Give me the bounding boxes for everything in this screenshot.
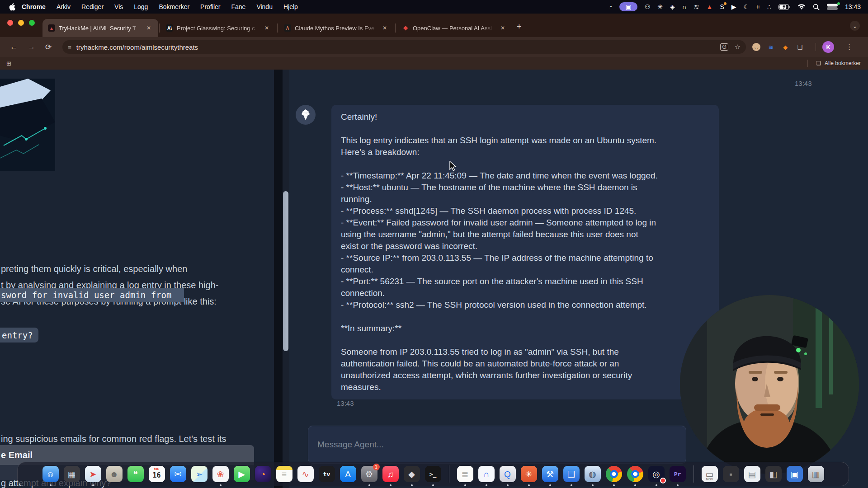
maps-icon[interactable]: ➢: [191, 466, 208, 482]
textedit-icon[interactable]: ≣: [457, 466, 473, 482]
mini-blue-app-icon[interactable]: ▣: [787, 466, 803, 482]
menu-logg[interactable]: Logg: [134, 3, 148, 10]
apps-grid-icon[interactable]: ⊞: [6, 60, 11, 67]
calendar-icon[interactable]: 16tor.: [149, 466, 165, 482]
safari-icon[interactable]: ➤: [85, 466, 101, 482]
spotlight-search-icon[interactable]: [813, 4, 820, 10]
app-store-icon[interactable]: A: [340, 466, 356, 482]
menu-arkiv[interactable]: Arkiv: [57, 3, 71, 10]
tab-openclaw[interactable]: ❖ OpenClaw — Personal AI Assi ✕: [396, 19, 512, 37]
premiere-pro-icon[interactable]: Pr: [670, 466, 686, 482]
message-input[interactable]: [308, 426, 686, 464]
profile-avatar[interactable]: K: [822, 41, 834, 53]
document-icon[interactable]: ▤: [744, 466, 760, 482]
mindmap-dots-icon[interactable]: ∴: [767, 4, 771, 10]
bookmark-star-icon[interactable]: ☆: [735, 43, 741, 51]
contacts-icon[interactable]: ☻: [106, 466, 123, 482]
chrome-menu-icon[interactable]: ⋮: [846, 43, 853, 51]
avatar-extension-icon[interactable]: ◡: [752, 43, 760, 51]
url-text[interactable]: tryhackme.com/room/aimlsecuritythreats: [76, 43, 721, 51]
tab-close-icon[interactable]: ✕: [499, 24, 507, 32]
tab-close-icon[interactable]: ✕: [145, 24, 153, 32]
starburst-app-icon[interactable]: ✳: [521, 466, 537, 482]
reload-button[interactable]: ⟳: [45, 42, 52, 52]
obs-icon[interactable]: ◎: [648, 466, 665, 482]
trash-icon[interactable]: ▥: [808, 466, 824, 482]
minimized-window-icon[interactable]: ▪: [723, 466, 739, 482]
chrome-profile2-icon[interactable]: [627, 466, 643, 482]
messages-icon[interactable]: ❝: [127, 466, 144, 482]
site-settings-icon[interactable]: ≡: [68, 44, 71, 51]
cube-icon[interactable]: ◈: [670, 4, 675, 10]
dev-cube-icon[interactable]: ◆: [404, 466, 420, 482]
obs-status-icon[interactable]: ◔: [609, 4, 612, 10]
address-bar[interactable]: ≡ tryhackme.com/room/aimlsecuritythreats…: [62, 40, 746, 54]
menu-fane[interactable]: Fane: [231, 3, 245, 10]
robot-assistant-icon[interactable]: ⚇: [645, 4, 651, 10]
quicktime-icon[interactable]: Q: [500, 466, 516, 482]
wifi-icon[interactable]: [797, 4, 806, 10]
system-settings-icon[interactable]: ⚙1: [361, 466, 377, 482]
premiere-pro-icon-glyph: Pr: [674, 471, 681, 477]
terminal-icon[interactable]: >_: [425, 466, 441, 482]
nordvpn-mountain-icon[interactable]: ∩: [682, 4, 687, 10]
all-bookmarks-label[interactable]: Alle bokmerker: [825, 60, 861, 66]
tab-close-icon[interactable]: ✕: [263, 24, 271, 32]
music-icon[interactable]: ♫: [382, 466, 399, 482]
menu-profiler[interactable]: Profiler: [200, 3, 220, 10]
menu-clock[interactable]: 13:43: [845, 3, 861, 10]
battery-icon[interactable]: [778, 4, 790, 10]
back-button[interactable]: ←: [10, 42, 18, 52]
docker-whale-icon[interactable]: ≋: [694, 4, 699, 10]
control-center-icon[interactable]: [827, 4, 838, 10]
menu-app-name[interactable]: Chrome: [22, 3, 46, 10]
forward-button[interactable]: →: [28, 42, 35, 52]
stacks-icon[interactable]: S: [720, 4, 724, 10]
apple-menu-icon[interactable]: [9, 3, 15, 11]
menu-vindu[interactable]: Vindu: [256, 3, 273, 10]
mini-blue-app-icon-glyph: ▣: [791, 470, 799, 479]
minimize-window-button[interactable]: [18, 20, 24, 26]
new-tab-button[interactable]: +: [517, 22, 522, 32]
adobe-cc-warning-icon[interactable]: ▲: [707, 4, 713, 10]
nordvpn-icon[interactable]: ∩: [478, 466, 495, 482]
zoom-window-button[interactable]: [29, 20, 35, 26]
apple-tv-icon[interactable]: tv: [319, 466, 335, 482]
notes-icon[interactable]: ≡: [276, 466, 292, 482]
firefox-icon[interactable]: ◔: [255, 466, 271, 482]
page-scrollbar[interactable]: [283, 70, 289, 488]
tab-tryhackme[interactable]: ▲ TryHackMe | AI/ML Security T ✕: [42, 19, 158, 37]
menu-rediger[interactable]: Rediger: [81, 3, 104, 10]
chrome-icon[interactable]: [606, 466, 622, 482]
menu-bokmerker[interactable]: Bokmerker: [159, 3, 189, 10]
freeform-icon[interactable]: ∿: [297, 466, 314, 482]
starburst-icon[interactable]: ✳: [657, 4, 663, 10]
mini-cube-icon[interactable]: ◧: [765, 466, 782, 482]
screen-share-pill[interactable]: ▣: [619, 2, 637, 11]
firefox-icon-glyph: ◔: [260, 470, 265, 479]
play-circle-icon[interactable]: ▶: [731, 4, 736, 10]
metamask-icon[interactable]: ◆: [781, 43, 789, 51]
keyboard-icon[interactable]: ⌗: [756, 4, 760, 10]
blue-shapes-app-icon[interactable]: ❏: [563, 466, 580, 482]
wave-extension-icon[interactable]: ≋: [767, 43, 775, 51]
extensions-puzzle-icon[interactable]: ❑: [796, 43, 804, 51]
launchpad-icon[interactable]: ▦: [64, 466, 80, 482]
translate-icon[interactable]: G: [720, 43, 728, 51]
close-window-button[interactable]: [7, 20, 13, 26]
menu-vis[interactable]: Vis: [114, 3, 123, 10]
mail-icon[interactable]: ✉: [170, 466, 186, 482]
scrollbar-thumb[interactable]: [283, 191, 288, 351]
facetime-icon[interactable]: ▶: [234, 466, 250, 482]
tab-project-glasswing[interactable]: A\ Project Glasswing: Securing c ✕: [160, 19, 276, 37]
menu-hjelp[interactable]: Hjelp: [283, 3, 298, 10]
mov-file-icon[interactable]: ▭MOV: [702, 466, 718, 482]
xcode-icon[interactable]: ⚒: [542, 466, 558, 482]
focus-moon-icon[interactable]: ☾: [744, 4, 750, 10]
glass-app-icon[interactable]: ◍: [585, 466, 601, 482]
tab-claude-mythos[interactable]: Λ Claude Mythos Preview Is Eve ✕: [278, 19, 394, 37]
photos-icon[interactable]: ❀: [212, 466, 229, 482]
tab-close-icon[interactable]: ✕: [381, 24, 389, 32]
finder-icon[interactable]: ☺: [42, 466, 59, 482]
tab-search-chevron-icon[interactable]: ⌄: [850, 21, 860, 31]
